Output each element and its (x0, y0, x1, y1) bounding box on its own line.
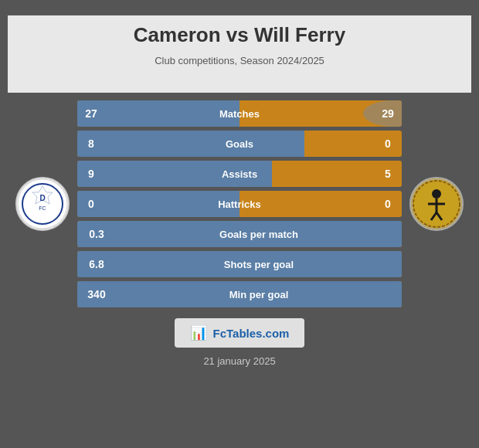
dundee-utd-logo-circle (409, 177, 464, 231)
assists-label: Assists (105, 168, 374, 180)
dundee-logo-circle: D FC (15, 177, 70, 231)
shots-per-goal-row: 6.8 Shots per goal (77, 251, 402, 277)
goals-per-match-value: 0.3 (77, 228, 116, 240)
team-logo-right (402, 177, 471, 231)
goals-per-match-row: 0.3 Goals per match (77, 221, 402, 247)
main-section: D FC 27 Matches 29 8 Goa (8, 100, 471, 307)
fctables-text: FcTables.com (213, 327, 290, 340)
team-logo-left: D FC (8, 177, 77, 231)
goals-left-value: 8 (77, 137, 105, 150)
shots-per-goal-value: 6.8 (77, 258, 116, 270)
svg-text:FC: FC (39, 205, 46, 211)
dundee-utd-logo-svg (411, 178, 462, 229)
hattricks-right-value: 0 (374, 198, 402, 210)
shots-per-goal-label: Shots per goal (116, 259, 402, 270)
assists-right-value: 5 (374, 168, 402, 180)
assists-row: 9 Assists 5 (77, 161, 402, 187)
main-container: Cameron vs Will Ferry Club competitions,… (0, 0, 479, 448)
hattricks-row: 0 Hattricks 0 (77, 191, 402, 217)
page-subtitle: Club competitions, Season 2024/2025 (8, 55, 471, 74)
goals-per-match-label: Goals per match (116, 229, 402, 240)
hattricks-left-value: 0 (77, 198, 105, 210)
assists-left-value: 9 (77, 168, 105, 180)
svg-point-5 (432, 189, 441, 199)
fctables-banner: 📊 FcTables.com (175, 318, 305, 348)
goals-label: Goals (105, 138, 374, 150)
matches-label: Matches (105, 108, 374, 120)
min-per-goal-label: Min per goal (116, 289, 402, 300)
matches-row: 27 Matches 29 (77, 100, 402, 127)
fctables-icon: 📊 (190, 324, 207, 341)
matches-right-value: 29 (374, 107, 402, 120)
header-section: Cameron vs Will Ferry Club competitions,… (8, 15, 471, 93)
page-title: Cameron vs Will Ferry (8, 15, 471, 50)
goals-row: 8 Goals 0 (77, 131, 402, 157)
goals-right-value: 0 (374, 137, 402, 150)
min-per-goal-value: 340 (77, 288, 116, 300)
footer-date: 21 january 2025 (203, 355, 275, 367)
hattricks-label: Hattricks (105, 199, 374, 210)
stats-section: 27 Matches 29 8 Goals 0 9 Assists 5 (77, 100, 402, 307)
dundee-logo-svg: D FC (17, 178, 68, 229)
min-per-goal-row: 340 Min per goal (77, 281, 402, 307)
matches-left-value: 27 (77, 107, 105, 120)
